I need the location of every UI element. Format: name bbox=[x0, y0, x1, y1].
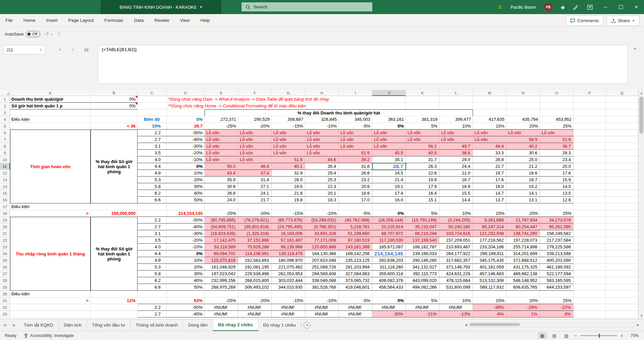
cell-N5[interactable]: 20% bbox=[506, 123, 540, 130]
cell-D25[interactable]: 10% bbox=[167, 257, 205, 264]
cell-G16[interactable]: 19.8 bbox=[272, 197, 305, 203]
cancel-icon[interactable]: × bbox=[54, 45, 66, 54]
zoom-slider[interactable] bbox=[580, 335, 617, 336]
cell-F11[interactable]: 46.4 bbox=[238, 163, 272, 170]
cell-L21[interactable]: 103,724,616 bbox=[439, 230, 473, 237]
col-header-P[interactable]: P bbox=[574, 90, 606, 96]
cell-J33[interactable]: -30% bbox=[372, 311, 406, 318]
cell-D20[interactable]: -40% bbox=[167, 224, 205, 230]
cell-C12[interactable]: 4.9 bbox=[138, 170, 167, 177]
ribbon-tab-formulas[interactable]: Formulas bbox=[99, 14, 128, 27]
cell-G14[interactable]: 24.5 bbox=[272, 183, 305, 190]
hscroll-track[interactable] bbox=[469, 323, 636, 327]
cell-M5[interactable]: 15% bbox=[473, 123, 506, 130]
cell-E28[interactable]: 232,999,156 bbox=[205, 277, 238, 284]
ribbon-tab-page-layout[interactable]: Page Layout bbox=[63, 14, 99, 27]
cell-J18[interactable]: 0% bbox=[372, 210, 406, 217]
cell-M28[interactable]: 513,132,308 bbox=[473, 277, 506, 284]
insert-function-icon[interactable]: fx bbox=[80, 45, 92, 54]
ribbon-tab-view[interactable]: View bbox=[174, 14, 195, 27]
zoom-out-icon[interactable]: − bbox=[574, 333, 577, 338]
warning-icon[interactable]: ⚠ bbox=[494, 0, 506, 14]
cell-M10[interactable]: 26.8 bbox=[473, 156, 506, 163]
cell-K19[interactable]: (15,750,199) bbox=[406, 217, 439, 224]
cell-O25[interactable]: 400,201,590 bbox=[540, 257, 574, 264]
cell-L19[interactable]: (3,244,255) bbox=[439, 217, 473, 224]
cell-F31[interactable]: -20% bbox=[238, 297, 272, 304]
col-header-Q[interactable]: Q bbox=[606, 90, 638, 96]
cell-N8[interactable]: 40.2 bbox=[506, 143, 540, 150]
cell-E26[interactable]: 161,046,929 bbox=[205, 264, 238, 271]
cell-G18[interactable]: -15% bbox=[272, 210, 305, 217]
cell-M24[interactable]: 289,189,811 bbox=[473, 250, 506, 257]
cell-J13[interactable]: 21.4 bbox=[372, 177, 406, 183]
cell-L32[interactable]: #NUM! bbox=[439, 304, 473, 311]
cell-I26[interactable]: 281,103,994 bbox=[339, 264, 372, 271]
cell-M20[interactable]: 65,247,314 bbox=[473, 224, 506, 230]
cell-M6[interactable]: Lỗ vốn bbox=[473, 130, 506, 136]
cell-H24[interactable]: 164,130,368 bbox=[305, 250, 339, 257]
cell-H21[interactable]: 33,691,328 bbox=[305, 230, 339, 237]
cell-D12[interactable]: 10% bbox=[167, 170, 205, 177]
page-layout-view-icon[interactable]: ▤ bbox=[550, 332, 559, 339]
accessibility-checker[interactable]: Accessibility: Investigate bbox=[24, 333, 74, 338]
fill-handle[interactable] bbox=[405, 168, 407, 171]
cell-J6[interactable]: Lỗ vốn bbox=[372, 130, 406, 136]
sheet-tab-dòng-tiền[interactable]: Dòng tiền bbox=[183, 319, 213, 331]
cell-G29[interactable]: 344,010,935 bbox=[272, 284, 305, 291]
cell-F16[interactable]: 21.7 bbox=[238, 197, 272, 203]
autosave-toggle[interactable]: AutoSave Off bbox=[5, 31, 40, 37]
cell-H19[interactable]: (53,268,032) bbox=[305, 217, 339, 224]
cell-H20[interactable]: (9,788,352) bbox=[305, 224, 339, 230]
cell-G19[interactable]: (65,773,976) bbox=[272, 217, 305, 224]
cell-O4[interactable]: 453,952 bbox=[540, 116, 574, 123]
draw-pen-icon[interactable] bbox=[569, 0, 582, 14]
cell-K9[interactable]: 40.5 bbox=[406, 150, 439, 156]
close-button[interactable]: × bbox=[629, 0, 644, 14]
row-header-29[interactable]: 29 bbox=[0, 284, 10, 291]
cell-L5[interactable]: 10% bbox=[439, 123, 473, 130]
cell-D4[interactable]: 5% bbox=[167, 116, 205, 123]
cell-L25[interactable]: 317,662,357 bbox=[439, 257, 473, 264]
cell-M12[interactable]: 19.7 bbox=[473, 170, 506, 177]
cell-L33[interactable]: -13% bbox=[439, 311, 473, 318]
cell-I9[interactable]: 51.9 bbox=[339, 150, 372, 156]
sheet-tab-tóm-tắt-kqkd[interactable]: Tóm tắt KQKD bbox=[19, 319, 59, 331]
cell-H23[interactable]: 120,650,688 bbox=[305, 244, 339, 250]
cell-E11[interactable]: 55.0 bbox=[205, 163, 238, 170]
cell-L9[interactable]: 36.6 bbox=[439, 150, 473, 156]
cell-F7[interactable]: Lỗ vốn bbox=[238, 136, 272, 143]
cell-D29[interactable]: 50% bbox=[167, 284, 205, 291]
cell-O33[interactable]: 8% bbox=[540, 311, 574, 318]
cell-I22[interactable]: 97,180,519 bbox=[339, 237, 372, 244]
cell-A31[interactable]: > bbox=[10, 297, 91, 304]
col-header-H[interactable]: H bbox=[305, 90, 339, 96]
cell-E7[interactable]: Lỗ vốn bbox=[205, 136, 238, 143]
vertical-scrollbar[interactable]: ▲ ▼ bbox=[638, 90, 644, 319]
cell-C20[interactable]: 2.7 bbox=[138, 224, 167, 230]
cell-H6[interactable]: Lỗ vốn bbox=[305, 130, 339, 136]
cell-I6[interactable]: Lỗ vốn bbox=[339, 130, 372, 136]
col-header-E[interactable]: E bbox=[205, 90, 238, 96]
cell-I5[interactable]: -5% bbox=[339, 123, 372, 130]
row-header-10[interactable]: 10 bbox=[0, 156, 10, 163]
cell-F9[interactable]: Lỗ vốn bbox=[238, 150, 272, 156]
cell-K4[interactable]: 381,319 bbox=[406, 116, 439, 123]
cell-J28[interactable]: 408,082,376 bbox=[372, 277, 406, 284]
cell-J14[interactable]: 19.1 bbox=[372, 183, 406, 190]
cell-M8[interactable]: 44.4 bbox=[473, 143, 506, 150]
cell-K21[interactable]: 86,216,294 bbox=[406, 230, 439, 237]
row-header-17[interactable]: 17 bbox=[0, 203, 10, 210]
cell-H4[interactable]: 326,845 bbox=[305, 116, 339, 123]
cell-O29[interactable]: 644,153,597 bbox=[540, 284, 574, 291]
col-header-I[interactable]: I bbox=[339, 90, 372, 96]
cell-A17[interactable]: Điều kiện bbox=[10, 203, 91, 210]
row-header-6[interactable]: 6 bbox=[0, 130, 10, 136]
cell-F28[interactable]: 268,015,800 bbox=[238, 277, 272, 284]
cell-H12[interactable]: 29.4 bbox=[305, 170, 339, 177]
cell-L24[interactable]: 264,177,922 bbox=[439, 250, 473, 257]
cell-N25[interactable]: 372,688,512 bbox=[506, 257, 540, 264]
cell-K28[interactable]: 443,099,020 bbox=[406, 277, 439, 284]
cell-B18[interactable]: 150,000,000 bbox=[91, 210, 138, 217]
cell-N13[interactable]: 16.7 bbox=[506, 177, 540, 183]
